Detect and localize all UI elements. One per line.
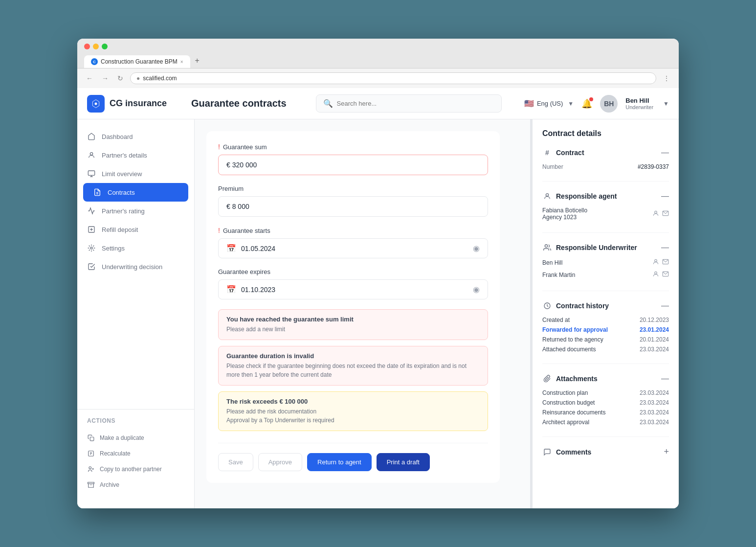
notification-btn[interactable]: 🔔 <box>581 98 592 109</box>
agent-profile-icon[interactable] <box>652 210 659 218</box>
sidebar-item-partners-rating[interactable]: Partner's rating <box>77 202 194 220</box>
sidebar-label-limit-overview: Limit overview <box>102 170 142 178</box>
agent-section-collapse[interactable]: — <box>661 192 669 201</box>
search-input[interactable] <box>337 100 494 107</box>
agent-section: Responsible agent — Fabiana Boticello Ag… <box>542 191 669 233</box>
tab-close-btn[interactable]: × <box>180 59 183 65</box>
user-name: Ben Hill <box>625 97 653 104</box>
print-draft-button[interactable]: Print a draft <box>377 453 430 471</box>
sidebar-item-dashboard[interactable]: Dashboard <box>77 127 194 146</box>
active-tab[interactable]: Construction Guarantee BPM × <box>84 55 190 68</box>
agent-email-icon[interactable] <box>662 210 669 218</box>
agent-person-row: Fabiana Boticello Agency 1023 <box>542 207 669 221</box>
history-date-3: 23.03.2024 <box>640 346 669 353</box>
user-chevron-icon[interactable]: ▼ <box>663 100 669 107</box>
action-recalculate[interactable]: Recalculate <box>87 446 184 461</box>
sidebar-item-refill-deposit[interactable]: Refill deposit <box>77 220 194 239</box>
sidebar-item-limit-overview[interactable]: Limit overview <box>77 164 194 183</box>
more-options-btn[interactable]: ⋮ <box>661 73 672 83</box>
history-section-title: Contract history <box>556 302 609 310</box>
flag-icon: 🇺🇸 <box>524 99 534 108</box>
underwriter-name-2: Frank Martin <box>542 272 575 278</box>
reload-btn[interactable]: ↻ <box>115 73 125 83</box>
premium-input[interactable] <box>218 196 488 217</box>
header-right: 🇺🇸 Eng (US) ▼ 🔔 BH Ben Hill Underwriter … <box>524 95 669 113</box>
history-row-1: Forwarded for approval 23.01.2024 <box>542 326 669 333</box>
logo[interactable]: CG insurance <box>87 95 167 113</box>
partners-rating-icon <box>87 206 96 215</box>
search-container: 🔍 <box>316 94 502 113</box>
underwriter2-profile-icon[interactable] <box>652 271 659 279</box>
search-icon: 🔍 <box>323 99 333 108</box>
dashboard-icon <box>87 132 96 141</box>
agent-name-line1: Fabiana Boticello <box>542 207 587 214</box>
underwriter2-email-icon[interactable] <box>662 271 669 279</box>
comments-title-label: Comments <box>556 448 591 456</box>
contract-number-row: Number #2839-0337 <box>542 163 669 170</box>
alert-risk-exceeds: The risk exceeds € 100 000 Please add th… <box>218 391 488 431</box>
svg-point-1 <box>90 153 92 155</box>
attach-row-3: Architect approval 23.03.2024 <box>542 419 669 426</box>
sidebar-label-settings: Settings <box>102 245 125 252</box>
guarantee-starts-input[interactable] <box>241 245 473 252</box>
sidebar-item-settings[interactable]: Settings <box>77 239 194 257</box>
underwriter-section-collapse[interactable]: — <box>661 243 669 252</box>
sidebar-label-partners-rating: Partner's rating <box>102 207 145 215</box>
svg-point-6 <box>90 247 92 249</box>
notification-badge <box>589 97 593 101</box>
alert-risk-title: The risk exceeds € 100 000 <box>226 398 480 405</box>
button-row: Save Approve Return to agent Print a dra… <box>218 443 488 471</box>
attachments-section-title: Attachments <box>556 375 598 383</box>
duplicate-icon <box>87 434 95 442</box>
user-role: Underwriter <box>625 104 653 110</box>
new-tab-btn[interactable]: + <box>192 53 202 68</box>
sidebar-item-contracts[interactable]: Contracts <box>83 183 188 202</box>
close-dot[interactable] <box>84 44 90 49</box>
history-row-0: Created at 20.12.2023 <box>542 317 669 323</box>
lock-icon: ● <box>136 75 140 82</box>
action-copy-partner[interactable]: Copy to another partner <box>87 461 184 477</box>
svg-rect-15 <box>88 482 94 484</box>
url-text: scalified.com <box>143 75 177 82</box>
guarantee-expires-input[interactable] <box>241 286 473 294</box>
clear-start-btn[interactable]: ◉ <box>473 244 480 253</box>
guarantee-sum-field: ! Guarantee sum <box>218 143 488 175</box>
guarantee-sum-input[interactable] <box>218 155 488 175</box>
sidebar-item-partner-details[interactable]: Partner's details <box>77 146 194 164</box>
underwriter-section: Responsible Underwriter — Ben Hill <box>542 243 669 291</box>
action-archive[interactable]: Archive <box>87 477 184 493</box>
return-to-agent-button[interactable]: Return to agent <box>307 453 372 471</box>
alert-duration-text: Please check if the guarantee beginning … <box>226 362 480 379</box>
url-input[interactable]: ● scalified.com <box>130 72 656 84</box>
attachments-section-collapse[interactable]: — <box>661 374 669 383</box>
approve-button[interactable]: Approve <box>258 453 302 471</box>
maximize-dot[interactable] <box>102 44 108 49</box>
minimize-dot[interactable] <box>93 44 99 49</box>
contract-section: # Contract — Number #2839-0337 <box>542 148 669 182</box>
language-selector[interactable]: 🇺🇸 Eng (US) ▼ <box>524 99 574 108</box>
underwriter1-email-icon[interactable] <box>662 258 669 267</box>
forward-btn[interactable]: → <box>100 73 111 83</box>
save-button[interactable]: Save <box>218 453 253 471</box>
underwriter-section-title: Responsible Underwriter <box>556 244 637 251</box>
contract-section-collapse[interactable]: — <box>661 148 669 157</box>
underwriter1-profile-icon[interactable] <box>652 258 659 267</box>
agent-section-title: Responsible agent <box>556 192 617 200</box>
attachments-icon <box>542 374 552 384</box>
history-section: Contract history — Created at 20.12.2023… <box>542 301 669 364</box>
back-btn[interactable]: ← <box>84 73 95 83</box>
partner-details-icon <box>87 151 96 160</box>
refill-deposit-icon <box>87 225 96 234</box>
contract-number-label: Number <box>542 163 563 170</box>
guarantee-starts-required-icon: ! <box>218 227 220 234</box>
sidebar-item-underwriting-decision[interactable]: Underwriting decision <box>77 257 194 276</box>
guarantee-expires-input-wrapper: 📅 ◉ <box>218 279 488 299</box>
add-comment-btn[interactable]: + <box>664 447 669 457</box>
attach-name-1: Construction budget <box>542 399 595 406</box>
attach-date-0: 23.03.2024 <box>640 389 669 396</box>
action-duplicate[interactable]: Make a duplicate <box>87 430 184 446</box>
sidebar-label-partner-details: Partner's details <box>102 152 147 159</box>
clear-expire-btn[interactable]: ◉ <box>473 285 480 294</box>
svg-rect-2 <box>88 171 94 175</box>
history-section-collapse[interactable]: — <box>661 301 669 310</box>
